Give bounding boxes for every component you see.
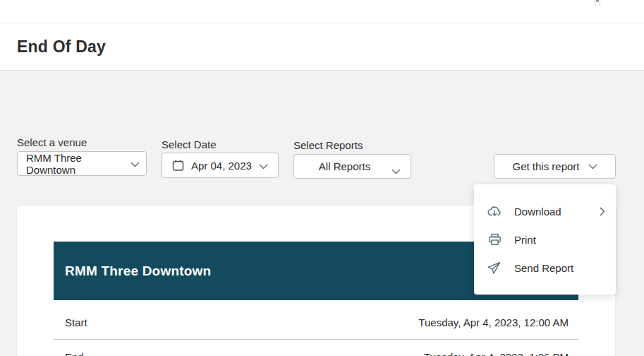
table-row-start: Start Tuesday, Apr 4, 2023, 12:00 AM <box>54 306 578 340</box>
menu-item-label: Send Report <box>514 262 573 274</box>
calendar-icon <box>172 160 184 172</box>
report-summary-table: Start Tuesday, Apr 4, 2023, 12:00 AM End… <box>54 306 578 356</box>
chevron-down-icon <box>130 158 140 170</box>
chevron-down-icon <box>391 165 401 177</box>
venue-select[interactable]: RMM Three Downtown <box>17 151 147 176</box>
row-value: Tuesday, Apr 4, 2023, 12:00 AM <box>418 316 569 328</box>
cloud-download-icon <box>487 206 502 218</box>
chevron-down-icon <box>259 160 268 172</box>
menu-item-label: Print <box>514 234 536 246</box>
page-title: End Of Day <box>17 37 106 57</box>
content-area: Select a venue Select Date Select Report… <box>0 71 644 356</box>
row-label: Start <box>65 316 87 328</box>
reports-label: Select Reports <box>293 139 363 151</box>
row-label: End <box>65 351 84 356</box>
date-select[interactable]: Apr 04, 2023 <box>162 153 279 178</box>
get-this-report-button[interactable]: Get this report <box>494 154 616 179</box>
venue-select-value: RMM Three Downtown <box>26 152 130 176</box>
get-this-report-label: Get this report <box>512 160 579 172</box>
menu-item-label: Download <box>514 206 561 218</box>
top-bar <box>0 0 644 23</box>
reports-select[interactable]: All Reports <box>293 154 411 179</box>
reports-select-value: All Reports <box>319 160 386 172</box>
date-select-value: Apr 04, 2023 <box>191 160 252 172</box>
menu-item-send-report[interactable]: Send Report <box>474 254 616 282</box>
table-row-end: End Tuesday, Apr 4, 2023, 1:06 PM <box>54 340 578 356</box>
end-of-day-screen: End Of Day Select a venue Select Date Se… <box>0 0 644 356</box>
report-venue-title: RMM Three Downtown <box>65 263 211 279</box>
page-header: End Of Day <box>0 24 644 71</box>
row-value: Tuesday, Apr 4, 2023, 1:06 PM <box>424 351 569 356</box>
menu-item-print[interactable]: Print <box>474 225 616 254</box>
printer-icon <box>487 233 502 246</box>
partial-header-icon <box>592 0 603 6</box>
send-icon <box>487 261 502 275</box>
chevron-down-icon <box>588 164 597 170</box>
venue-label: Select a venue <box>17 136 87 148</box>
get-report-dropdown-menu: Download Print <box>474 184 616 295</box>
chevron-right-icon <box>600 207 605 216</box>
menu-item-download[interactable]: Download <box>474 197 616 225</box>
date-label: Select Date <box>162 138 217 150</box>
